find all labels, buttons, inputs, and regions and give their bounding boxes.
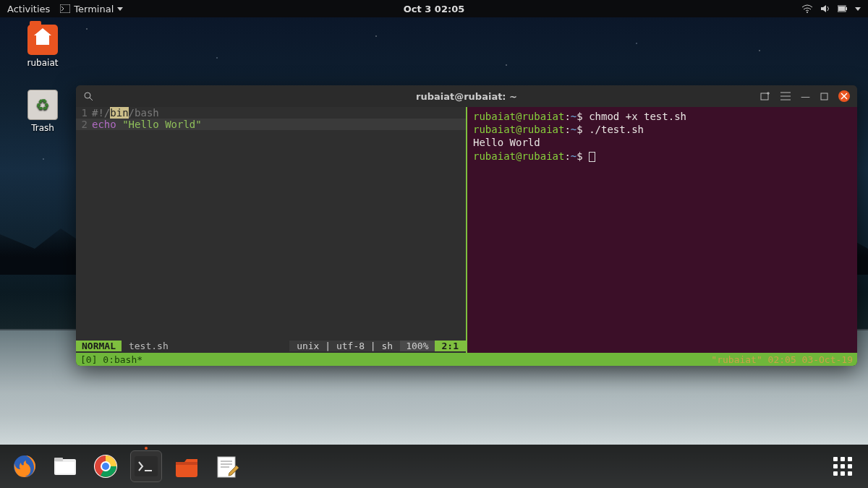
vim-cursor-pos: 2:1	[435, 341, 466, 351]
vim-statusline: NORMAL test.sh unix | utf-8 | sh 100% 2:…	[76, 338, 466, 353]
svg-rect-7	[821, 93, 827, 100]
svg-rect-3	[846, 7, 847, 10]
app-menu-label: Terminal	[74, 4, 114, 14]
minimize-button[interactable]: —	[801, 91, 810, 102]
desktop-trash[interactable]: ♻ Trash	[17, 90, 68, 133]
line-number: 1	[76, 107, 92, 119]
svg-rect-0	[60, 4, 70, 13]
dock-app-chrome[interactable]	[90, 450, 122, 482]
vim-filename: test.sh	[122, 341, 176, 351]
desktop-trash-label: Trash	[17, 123, 68, 133]
tmux-clock: "rubaiat" 02:05 03-Oct-19	[711, 354, 853, 365]
chevron-down-icon	[117, 7, 123, 11]
wifi-icon[interactable]	[801, 4, 813, 13]
shell-prompt: rubaiat@rubaiat:~$ ./test.sh	[473, 123, 851, 136]
vim-percent: 100%	[400, 341, 434, 351]
battery-icon[interactable]	[838, 5, 848, 12]
tmux-pane-shell[interactable]: rubaiat@rubaiat:~$ chmod +x test.shrubai…	[467, 107, 857, 353]
activities-button[interactable]: Activities	[7, 4, 50, 14]
dock-app-firefox[interactable]	[9, 450, 41, 482]
app-menu[interactable]: Terminal	[60, 4, 123, 14]
vim-mode: NORMAL	[76, 341, 122, 351]
svg-rect-10	[54, 458, 63, 461]
desktop-home-folder[interactable]: rubaiat	[17, 25, 68, 68]
gnome-topbar: Activities Terminal Oct 3 02:05	[0, 0, 868, 17]
cursor	[589, 152, 595, 162]
dock-app-terminal[interactable]	[130, 450, 162, 482]
show-applications-button[interactable]	[826, 450, 859, 483]
search-icon[interactable]	[83, 91, 93, 101]
svg-rect-6	[761, 93, 768, 100]
tmux-pane-editor[interactable]: 1#!/bin/bash2echo "Hello World" NORMAL t…	[76, 107, 466, 353]
svg-rect-4	[838, 7, 845, 11]
shell-prompt: rubaiat@rubaiat:~$ chmod +x test.sh	[473, 110, 851, 123]
maximize-button[interactable]	[820, 93, 828, 100]
window-titlebar[interactable]: rubaiat@rubaiat: ~ —	[76, 85, 857, 107]
shell-output: Hello World	[473, 136, 851, 149]
vim-file-meta: unix | utf-8 | sh	[289, 341, 400, 351]
clock[interactable]: Oct 3 02:05	[404, 4, 464, 14]
system-menu-chevron-icon[interactable]	[855, 7, 861, 11]
trash-icon: ♻	[27, 90, 58, 120]
tmux-statusbar: [0] 0:bash* "rubaiat" 02:05 03-Oct-19	[76, 353, 857, 366]
dock-app-text-editor[interactable]	[211, 450, 243, 482]
svg-point-15	[102, 463, 109, 470]
dock-app-file-manager[interactable]	[171, 450, 203, 482]
new-tab-icon[interactable]	[760, 91, 770, 101]
terminal-icon	[60, 4, 70, 13]
dock-app-files[interactable]	[49, 450, 81, 482]
desktop-home-label: rubaiat	[17, 58, 68, 68]
svg-point-5	[85, 93, 90, 98]
line-number: 2	[76, 119, 92, 130]
shell-prompt: rubaiat@rubaiat:~$	[473, 150, 851, 163]
svg-rect-11	[56, 462, 75, 474]
svg-rect-17	[176, 462, 197, 465]
editor-code: echo "Hello World"	[92, 119, 202, 130]
close-button[interactable]	[838, 90, 850, 102]
gnome-dock	[0, 445, 868, 488]
terminal-window: rubaiat@rubaiat: ~ — 1#!/bin/bash2echo "…	[76, 85, 857, 366]
window-title: rubaiat@rubaiat: ~	[416, 91, 517, 102]
editor-code: #!/bin/bash	[92, 107, 159, 119]
svg-point-1	[807, 12, 808, 13]
tmux-session-info: [0] 0:bash*	[80, 354, 142, 365]
editor-line: 2echo "Hello World"	[76, 119, 466, 130]
hamburger-menu-icon[interactable]	[780, 92, 791, 100]
svg-rect-16	[135, 456, 158, 476]
editor-line: 1#!/bin/bash	[76, 107, 466, 119]
folder-icon	[27, 25, 58, 55]
volume-icon[interactable]	[820, 4, 830, 13]
terminal-body: 1#!/bin/bash2echo "Hello World" NORMAL t…	[76, 107, 857, 353]
